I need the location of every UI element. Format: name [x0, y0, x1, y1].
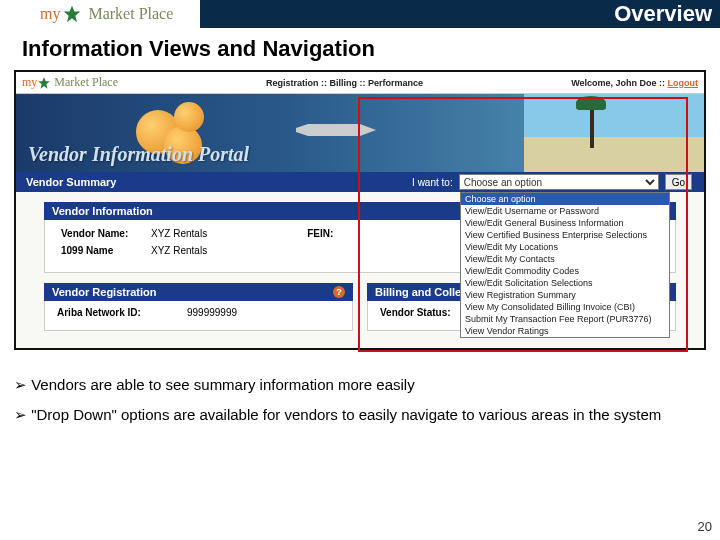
banner-beach-image — [524, 94, 704, 172]
logo-marketplace-text: Market Place — [88, 5, 173, 23]
welcome-user: John Doe — [615, 78, 656, 88]
dropdown-item[interactable]: View/Edit Commodity Codes — [461, 265, 669, 277]
dropdown-item[interactable]: View Vendor Ratings — [461, 325, 669, 337]
dropdown-item[interactable]: Choose an option — [461, 193, 669, 205]
welcome-text: Welcome, John Doe :: Logout — [571, 78, 698, 88]
page-number: 20 — [698, 519, 712, 534]
portal-logo: my Market Place — [22, 75, 118, 90]
slide-logo: my Market Place — [0, 0, 200, 28]
portal-screenshot: my Market Place Registration :: Billing … — [14, 70, 706, 350]
i-want-to-label: I want to: — [412, 177, 453, 188]
dropdown-item[interactable]: View Certified Business Enterprise Selec… — [461, 229, 669, 241]
ariba-value: 999999999 — [187, 307, 237, 318]
bullet-arrow-icon: ➢ — [14, 406, 31, 423]
portal-topbar: my Market Place Registration :: Billing … — [16, 72, 704, 94]
portal-subheader: Vendor Summary I want to: Choose an opti… — [16, 172, 704, 192]
dropdown-item[interactable]: View My Consolidated Billing Invoice (CB… — [461, 301, 669, 313]
help-icon[interactable]: ? — [333, 286, 345, 298]
dropdown-item[interactable]: View/Edit My Contacts — [461, 253, 669, 265]
logo-my-text: my — [40, 5, 60, 23]
portal-logo-mp: Market Place — [54, 75, 118, 90]
svg-marker-1 — [39, 77, 51, 89]
portal-nav[interactable]: Registration :: Billing :: Performance — [118, 78, 571, 88]
screenshot-wrap: my Market Place Registration :: Billing … — [0, 70, 720, 350]
portal-banner: Vendor Information Portal — [16, 94, 704, 172]
bullet-arrow-icon: ➢ — [14, 376, 31, 393]
ariba-label: Ariba Network ID: — [57, 307, 187, 318]
dropdown-item[interactable]: View Registration Summary — [461, 289, 669, 301]
star-icon — [37, 76, 51, 90]
vendor-name-value: XYZ Rentals — [151, 228, 207, 239]
bullet-text: Vendors are able to see summary informat… — [31, 376, 415, 393]
bullet-item: ➢ Vendors are able to see summary inform… — [14, 376, 706, 394]
dropdown-item[interactable]: View/Edit Solicitation Selections — [461, 277, 669, 289]
vendor-name-label: Vendor Name: — [61, 228, 151, 239]
svg-marker-0 — [64, 6, 81, 23]
welcome-prefix: Welcome, — [571, 78, 615, 88]
dropdown-item[interactable]: Submit My Transaction Fee Report (PUR377… — [461, 313, 669, 325]
banner-title: Vendor Information Portal — [28, 143, 249, 166]
go-button[interactable]: Go — [665, 174, 692, 190]
logout-link[interactable]: Logout — [668, 78, 699, 88]
i-want-to-control: I want to: Choose an option Go — [412, 174, 698, 190]
dropdown-item[interactable]: View/Edit My Locations — [461, 241, 669, 253]
slide-subtitle: Information Views and Navigation — [0, 28, 720, 70]
bullet-item: ➢ "Drop Down" options are available for … — [14, 406, 706, 424]
vendor-reg-heading-text: Vendor Registration — [52, 286, 157, 298]
slide-title: Overview — [200, 1, 720, 27]
dropdown-item[interactable]: View/Edit Username or Password — [461, 205, 669, 217]
dropdown-item[interactable]: View/Edit General Business Information — [461, 217, 669, 229]
name-1099-label: 1099 Name — [61, 245, 151, 256]
welcome-sep: :: — [657, 78, 668, 88]
name-1099-value: XYZ Rentals — [151, 245, 207, 256]
portal-logo-my: my — [22, 75, 37, 90]
vendor-reg-panel: Ariba Network ID:999999999 — [44, 301, 353, 331]
bullet-list: ➢ Vendors are able to see summary inform… — [0, 350, 720, 424]
vendor-reg-heading: Vendor Registration? — [44, 283, 353, 301]
slide-header: my Market Place Overview — [0, 0, 720, 28]
i-want-to-select[interactable]: Choose an option — [459, 174, 659, 190]
banner-plane-image — [296, 120, 376, 140]
i-want-to-dropdown-open[interactable]: Choose an option View/Edit Username or P… — [460, 192, 670, 338]
fein-label: FEIN: — [307, 228, 397, 239]
subheader-title: Vendor Summary — [26, 176, 116, 188]
star-icon — [62, 4, 82, 24]
bullet-text: "Drop Down" options are available for ve… — [31, 406, 661, 423]
